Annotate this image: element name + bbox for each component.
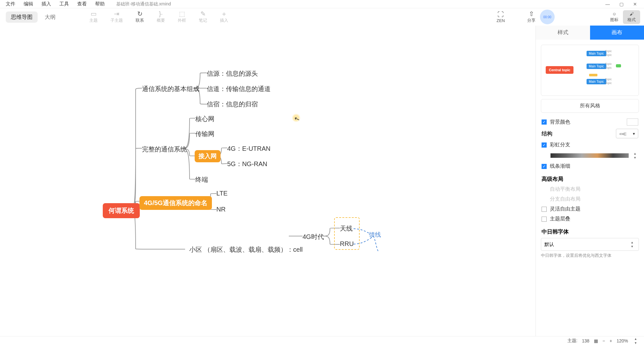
menu-insert[interactable]: 插入 <box>41 1 51 7</box>
menu-edit[interactable]: 编辑 <box>24 1 33 7</box>
boundary-box[interactable] <box>334 217 360 250</box>
format-panel: 样式 画布 Central topic Main Topic Topic Top… <box>535 26 644 336</box>
window-controls: — ▢ ✕ <box>605 0 644 8</box>
all-styles-button[interactable]: 所有风格 <box>541 99 639 113</box>
rainbow-gradient[interactable] <box>550 153 629 158</box>
note-icon: ✎ <box>200 11 206 17</box>
toolbar: ▭主题 ⇥子主题 ↻联系 }·概要 ⬚外框 ✎笔记 ＋插入 <box>89 8 228 26</box>
tab-outline[interactable]: 大纲 <box>40 12 61 23</box>
boundary-icon: ⬚ <box>179 11 185 17</box>
zoom-value[interactable]: 120% <box>617 338 628 343</box>
document-filename: 基础班-移动通信基础.xmind <box>116 1 171 7</box>
preview-topic3: Topic <box>605 62 612 65</box>
minimap-icon[interactable]: ▦ <box>594 338 598 343</box>
label-flex-topic: 灵活自由主题 <box>550 206 580 212</box>
topic-count-label: 主题: <box>567 338 578 344</box>
tool-note[interactable]: ✎笔记 <box>199 11 207 23</box>
menu-file[interactable]: 文件 <box>6 1 15 7</box>
menu-help[interactable]: 帮助 <box>95 1 105 7</box>
menu-tools[interactable]: 工具 <box>59 1 69 7</box>
checkbox-flex-topic[interactable] <box>542 207 547 212</box>
minimize-button[interactable]: — <box>605 2 610 7</box>
preview-topic1: Topic <box>605 50 612 53</box>
preview-topic2: Topic <box>605 53 612 57</box>
smiley-icon: ☺ <box>612 12 616 16</box>
node-lte[interactable]: LTE <box>216 190 228 197</box>
cjk-font-select[interactable]: 默认▴▾ <box>541 238 639 251</box>
tool-relation[interactable]: ↻联系 <box>136 11 144 23</box>
preview-topic6: Topic <box>605 81 612 85</box>
preview-float <box>616 64 621 67</box>
preview-main1: Main Topic <box>587 51 606 56</box>
node-root[interactable]: 何谓系统 <box>103 203 140 218</box>
preview-topic5: Topic <box>605 78 612 81</box>
share-icon: ⇧ <box>529 11 534 17</box>
zoom-in-button[interactable]: + <box>610 338 612 343</box>
label-structure: 结构 <box>542 130 552 137</box>
node-source[interactable]: 信源：信息的源头 <box>207 69 258 78</box>
tab-style[interactable]: 样式 <box>536 26 590 40</box>
checkbox-bgcolor[interactable]: ✓ <box>542 119 547 125</box>
tool-zen[interactable]: ⛶ZEN <box>497 11 505 23</box>
node-access-net[interactable]: 接入网 <box>195 150 221 162</box>
preview-yel <box>589 74 597 76</box>
node-complete-system[interactable]: 完整的通信系统 <box>142 145 187 154</box>
checkbox-overlap[interactable] <box>542 217 547 222</box>
toggle-format-panel[interactable]: 🖌格式 <box>623 10 640 24</box>
menu-bar: 文件 编辑 插入 工具 查看 帮助 基础班-移动通信基础.xmind <box>0 0 644 8</box>
label-bgcolor: 背景颜色 <box>550 119 570 126</box>
node-terminal[interactable]: 终端 <box>195 175 208 184</box>
label-advanced-layout: 高级布局 <box>542 175 638 183</box>
relation-label-feed[interactable]: 馈线 <box>369 231 381 239</box>
font-stepper-icon: ▴▾ <box>629 240 635 249</box>
mindmap-canvas[interactable]: 何谓系统 通信系统的基本组成 信源：信息的源头 信道：传输信息的通道 信宿：信息… <box>0 26 463 336</box>
node-naming[interactable]: 4G/5G通信系统的命名 <box>139 196 212 210</box>
rainbow-stepper[interactable]: ▴▾ <box>632 151 638 160</box>
label-rainbow: 彩虹分支 <box>550 142 570 148</box>
format-toggles: ☺图标 🖌格式 <box>606 8 640 26</box>
cjk-font-hint: 中日韩字体，设置后将优化与西文字体 <box>541 253 639 258</box>
node-sink[interactable]: 信宿：信息的归宿 <box>207 100 258 109</box>
tool-summary[interactable]: }·概要 <box>157 11 165 23</box>
preview-topic4: Topic <box>605 66 612 69</box>
node-nr[interactable]: NR <box>216 206 226 213</box>
node-basic-composition[interactable]: 通信系统的基本组成 <box>142 85 199 93</box>
theme-preview[interactable]: Central topic Main Topic Topic Topic Mai… <box>541 45 639 96</box>
status-bar: 主题: 138 ▦ − + 120% ▴▾ <box>0 336 644 345</box>
tool-insert[interactable]: ＋插入 <box>220 11 228 23</box>
tool-topic[interactable]: ▭主题 <box>89 11 98 23</box>
node-ngran[interactable]: 5G：NG-RAN <box>227 160 267 168</box>
node-4gera[interactable]: 4G时代 <box>303 233 324 241</box>
zoom-stepper-icon[interactable]: ▴▾ <box>633 337 639 345</box>
tool-boundary[interactable]: ⬚外框 <box>178 11 186 23</box>
menu-view[interactable]: 查看 <box>77 1 87 7</box>
structure-select[interactable]: ▭⊏▾ <box>616 129 638 138</box>
checkbox-rainbow[interactable]: ✓ <box>542 142 547 148</box>
checkbox-taper[interactable]: ✓ <box>542 164 547 169</box>
tool-share[interactable]: ⇧分享 <box>527 11 535 23</box>
zoom-out-button[interactable]: − <box>603 338 605 343</box>
structure-icon: ▭⊏ <box>619 131 627 136</box>
opt-branch-free: 分支自由布局 <box>550 196 580 203</box>
brush-icon: 🖌 <box>630 12 634 16</box>
opt-auto-balance: 自动平衡布局 <box>550 186 580 193</box>
topic-icon: ▭ <box>91 11 97 17</box>
node-cellarea[interactable]: 小区 （扇区、载波、载扇、载频）：cell <box>189 245 303 254</box>
tool-subtopic[interactable]: ⇥子主题 <box>110 11 123 23</box>
recording-timer[interactable]: 00:00 <box>540 10 555 24</box>
summary-icon: }· <box>159 11 163 17</box>
tab-mindmap[interactable]: 思维导图 <box>6 12 38 23</box>
topic-count-value: 138 <box>582 338 589 343</box>
node-core-net[interactable]: 核心网 <box>195 115 214 123</box>
maximize-button[interactable]: ▢ <box>619 2 624 7</box>
node-channel[interactable]: 信道：传输信息的通道 <box>207 85 271 93</box>
node-transport-net[interactable]: 传输网 <box>195 130 214 138</box>
tab-canvas[interactable]: 画布 <box>590 26 644 40</box>
relation-icon: ↻ <box>137 11 143 17</box>
bgcolor-swatch[interactable] <box>627 119 638 126</box>
toolbar-right: ⛶ZEN ⇧分享 <box>497 8 535 26</box>
label-taper: 线条渐细 <box>550 163 570 170</box>
node-eutran[interactable]: 4G：E-UTRAN <box>227 144 271 153</box>
close-button[interactable]: ✕ <box>633 2 637 7</box>
toggle-icons-panel[interactable]: ☺图标 <box>606 10 623 24</box>
